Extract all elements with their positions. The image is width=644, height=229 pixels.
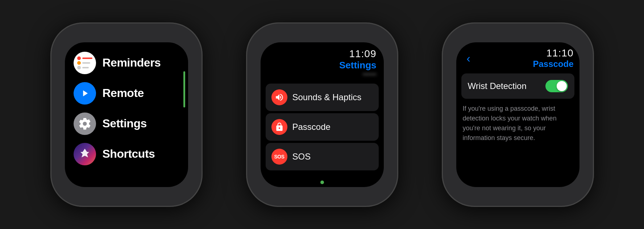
list-item[interactable]: Sounds & Haptics [266,84,379,111]
watches-container: Reminders Remote [32,6,612,223]
watch-3-body: ‹ 11:10 Passcode Wrist Detection [442,22,594,207]
sounds-haptics-label: Sounds & Haptics [292,92,362,102]
reminders-icon [74,52,96,74]
wrist-time: 11:10 [546,47,573,59]
settings-title: Settings [339,60,377,71]
settings-blurred: •••••• [363,71,377,79]
indicator-dot [320,181,324,184]
app-list: Reminders Remote [65,42,188,187]
wrist-detection-screen: ‹ 11:10 Passcode Wrist Detection [456,42,579,187]
watch-2-body: 11:09 Settings •••••• Sounds [246,22,398,207]
sos-text-label: SOS [274,154,284,160]
bottom-indicator [261,178,384,187]
settings-icon [74,113,96,135]
settings-time: 11:09 [349,48,376,60]
list-item[interactable]: Reminders [72,48,181,78]
scroll-indicator [183,71,185,107]
settings-header: 11:09 Settings •••••• [261,42,384,81]
settings-label: Settings [103,117,147,130]
watch-3-screen: ‹ 11:10 Passcode Wrist Detection [456,42,579,187]
wrist-detection-description: If you're using a passcode, wrist detect… [461,104,574,143]
watch-1: Reminders Remote [40,13,213,216]
remote-icon [74,82,96,105]
wrist-title: Passcode [533,59,573,69]
remote-label: Remote [103,86,144,100]
watch-1-body: Reminders Remote [50,22,203,207]
watch-2-screen: 11:09 Settings •••••• Sounds [261,42,384,187]
watch-2: 11:09 Settings •••••• Sounds [235,13,409,216]
sounds-haptics-icon [271,89,287,105]
list-item[interactable]: Settings [72,109,181,139]
sos-label: SOS [292,152,311,162]
wrist-detection-row[interactable]: Wrist Detection [461,73,574,99]
back-icon: ‹ [466,52,470,64]
watch-3: ‹ 11:10 Passcode Wrist Detection [431,13,605,216]
wrist-detection-label: Wrist Detection [468,81,527,91]
list-item[interactable]: Shortcuts [72,139,181,169]
wrist-content: Wrist Detection If you're using a passco… [456,71,579,146]
wrist-time-title: 11:10 Passcode [533,47,573,69]
sos-icon: SOS [271,149,287,165]
list-item[interactable]: SOS SOS [266,143,379,170]
reminders-label: Reminders [103,56,161,69]
wrist-detection-toggle[interactable] [545,80,568,92]
list-item[interactable]: Remote [72,79,181,108]
wrist-header: ‹ 11:10 Passcode [456,42,579,71]
shortcuts-icon [74,143,96,165]
list-item[interactable]: Passcode [266,113,379,141]
toggle-knob [557,81,567,91]
watch-1-screen: Reminders Remote [65,42,188,187]
passcode-label: Passcode [292,122,331,132]
back-button[interactable]: ‹ [462,52,475,65]
settings-screen: 11:09 Settings •••••• Sounds [261,42,384,187]
settings-list: Sounds & Haptics Passcode [261,81,384,178]
svg-marker-0 [83,90,88,96]
passcode-icon [271,119,287,135]
shortcuts-label: Shortcuts [103,147,155,161]
